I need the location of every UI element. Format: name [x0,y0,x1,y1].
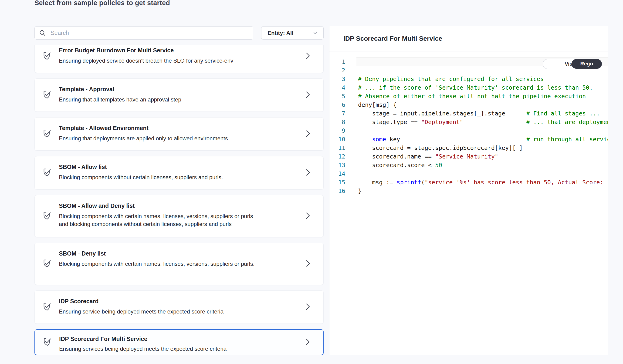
code-line: 16} [330,187,608,195]
code-line: 15 msg := sprintf("service '%s' has scor… [330,178,608,187]
shield-check-icon [42,50,52,62]
chevron-right-icon [304,259,311,269]
line-number: 16 [330,187,345,195]
line-number: 5 [330,92,345,101]
policy-card[interactable]: Template - Allowed EnvironmentEnsuring t… [34,117,324,150]
chevron-right-icon [304,51,311,61]
policy-card-title: IDP Scorecard For Multi Service [59,335,295,343]
panel-title: IDP Scorecard For Multi Service [343,35,442,42]
policy-card[interactable]: SBOM - Allow and Deny listBlocking compo… [34,195,324,237]
line-number: 12 [330,152,345,161]
policy-card[interactable]: IDP ScorecardEnsuring service being depl… [34,290,324,324]
rego-code-editor[interactable]: 1package pipeline23# Deny pipelines that… [330,51,608,195]
line-number: 13 [330,161,345,170]
entity-filter-label: Entity: All [267,30,293,36]
shield-check-icon [42,167,52,179]
chevron-right-icon [304,211,311,221]
policy-card-description: Ensuring services being deployed meets t… [59,345,264,353]
policy-card-title: SBOM - Deny list [59,250,295,257]
search-icon [39,29,46,37]
visual-rego-toggle: Visual Rego [543,59,602,69]
policy-card-title: IDP Scorecard [59,298,295,305]
code-line: 10 some key # run through all services [330,135,608,144]
policy-card-title: Template - Allowed Environment [59,125,295,132]
policy-card-description: Ensuring that deployments are applied on… [59,134,264,142]
panel-header: IDP Scorecard For Multi Service [330,26,608,51]
code-line: 6deny[msg] { [330,101,608,109]
toggle-rego-button[interactable]: Rego [572,59,602,69]
policy-card-title: Template - Approval [59,86,295,93]
line-number: 3 [330,75,345,83]
policy-card-description: Ensuring deployed service doesn't breach… [59,57,264,65]
policy-card[interactable]: Error Budget Burndown For Multi ServiceE… [34,45,324,73]
code-line: 8 stage.type == "Deployment" # ... that … [330,118,608,126]
line-number: 9 [330,126,345,135]
line-number: 11 [330,144,345,152]
code-line: 12 scorecard.name == "Service Maturity" [330,152,608,161]
line-number: 10 [330,135,345,144]
chevron-down-icon [312,30,318,36]
entity-filter-dropdown[interactable]: Entity: All [261,26,324,40]
search-input[interactable] [50,29,249,37]
code-line: 13 scorecard.score < 50 [330,161,608,170]
policy-card[interactable]: Template - ApprovalEnsuring that all tem… [34,78,324,112]
policy-samples-screen: Select from sample policies to get start… [0,0,623,364]
policy-card-description: Ensuring service being deployed meets th… [59,308,264,316]
line-number: 15 [330,178,345,187]
shield-check-icon [42,301,52,313]
shield-check-icon [42,337,53,348]
chevron-right-icon [304,168,311,178]
line-number: 1 [330,58,345,66]
code-line: 11 scorecard = stage.spec.idpScorecard[k… [330,144,608,152]
policy-card-title: SBOM - Allow list [59,163,295,171]
line-number: 2 [330,66,345,75]
policy-card-description: Blocking components without certain lice… [59,173,264,181]
policy-detail-panel: IDP Scorecard For Multi Service 1package… [329,26,608,355]
shield-check-icon [42,258,52,270]
code-line: 14 [330,170,608,178]
policy-card-description: Blocking components with certain names, … [59,260,264,268]
line-number: 14 [330,170,345,178]
shield-check-icon [42,210,52,222]
page-title: Select from sample policies to get start… [34,0,170,7]
line-number: 8 [330,118,345,126]
policy-card[interactable]: SBOM - Allow listBlocking components wit… [34,156,324,190]
code-line: 7 stage = input.pipeline.stages[_].stage… [330,109,608,118]
policy-card-title: Error Budget Burndown For Multi Service [59,47,295,54]
policy-card-description: Ensuring that all templates have an appr… [59,96,264,104]
policy-card-description: Blocking components with certain names, … [59,212,264,228]
chevron-right-icon [304,129,311,139]
shield-check-icon [42,89,52,101]
code-line: 5# Absence of either of these will not h… [330,92,608,101]
line-number: 4 [330,83,345,92]
policy-card-title: SBOM - Allow and Deny list [59,202,295,210]
line-number: 7 [330,109,345,118]
indent-guide [358,109,358,187]
line-number: 6 [330,101,345,109]
search-box[interactable] [34,26,253,40]
chevron-right-icon [304,302,311,312]
code-line: 9 [330,126,608,135]
chevron-right-icon [304,90,311,100]
code-line: 4# ... if the score of 'Service Maturity… [330,83,608,92]
chevron-right-icon [304,338,311,347]
policy-card[interactable]: IDP Scorecard For Multi ServiceEnsuring … [34,329,324,355]
policy-list: Error Budget Burndown For Multi ServiceE… [34,45,324,355]
shield-check-icon [42,128,52,140]
code-line: 3# Deny pipelines that are configured fo… [330,75,608,83]
policy-card[interactable]: SBOM - Deny listBlocking components with… [34,243,324,285]
